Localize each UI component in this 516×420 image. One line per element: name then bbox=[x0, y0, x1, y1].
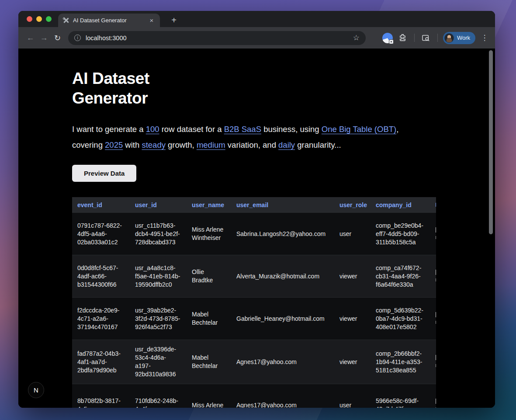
table-cell: 8b708f2b-3817-4c5a- bbox=[72, 392, 130, 408]
browser-window: AI Dataset Generator × + ← → ↻ i localho… bbox=[18, 11, 495, 408]
browser-menu-icon[interactable]: ⋮ bbox=[479, 33, 490, 42]
preview-data-button[interactable]: Preview Data bbox=[72, 165, 136, 182]
table-cell: comp_ca74f672-cb31-4aa4-9f26-f6a64f6e330… bbox=[371, 259, 436, 294]
table-cell: Alverta_Murazik@hotmail.com bbox=[231, 267, 334, 286]
address-bar[interactable]: i localhost:3000 ☆ bbox=[68, 31, 366, 45]
prompt-token-link[interactable]: steady bbox=[142, 140, 166, 149]
table-cell: 0d0d8fcf-5c67-4adf-ac66-b31544300f66 bbox=[72, 259, 130, 294]
window-controls bbox=[27, 16, 52, 22]
table-cell: usr_39ab2be2-3f2d-473d-8785-926f4a5c2f73 bbox=[130, 301, 187, 337]
table-cell: user bbox=[334, 396, 371, 408]
prompt-text: business, using bbox=[261, 125, 322, 134]
toolbar-divider bbox=[437, 34, 438, 42]
table-cell: usr_a4a8c1c8-f5ae-41eb-814b-19590dffb2c0 bbox=[130, 259, 187, 294]
profile-chip[interactable]: Work bbox=[443, 32, 475, 44]
column-header: user_id bbox=[130, 201, 187, 208]
column-header: company_id bbox=[371, 201, 436, 208]
table-cell: viewer bbox=[334, 267, 371, 286]
table-cell: Sabrina.Langosh22@yahoo.com bbox=[231, 225, 334, 243]
zoom-window-button[interactable] bbox=[46, 16, 52, 22]
prompt-text: with bbox=[123, 140, 142, 149]
table-cell: 5966e58c-69df-43a7-b47f bbox=[371, 392, 436, 408]
clipped-column-fragment bbox=[436, 197, 436, 212]
table-row: 8b708f2b-3817-4c5a-710fdb62-248b-4a4f-Mi… bbox=[72, 384, 436, 408]
new-tab-button[interactable]: + bbox=[168, 14, 180, 26]
prompt-token-link[interactable]: daily bbox=[278, 140, 295, 149]
clipped-column-fragment bbox=[436, 384, 436, 408]
extensions-puzzle-icon[interactable] bbox=[397, 32, 409, 44]
clipped-column-fragment bbox=[436, 213, 436, 255]
password-manager-icon[interactable] bbox=[382, 33, 393, 43]
table-header-row: event_iduser_iduser_nameuser_emailuser_r… bbox=[72, 197, 436, 212]
column-header: user_email bbox=[231, 201, 334, 208]
tab-title: AI Dataset Generator bbox=[73, 17, 144, 24]
table-row: f2dccdca-20e9-4c71-a2a6-37194c470167usr_… bbox=[72, 297, 436, 340]
table-cell: usr_c11b7b63-dcb4-4951-be2f-728dbcabd373 bbox=[130, 216, 187, 252]
column-header: user_role bbox=[334, 201, 371, 208]
table-cell: Ollie Bradtke bbox=[187, 263, 231, 290]
back-icon[interactable]: ← bbox=[24, 31, 37, 45]
nextjs-devtools-badge[interactable]: N bbox=[28, 382, 44, 398]
prompt-token-link[interactable]: B2B SaaS bbox=[224, 125, 261, 134]
profile-name: Work bbox=[457, 35, 470, 41]
table-cell: 0791c787-6822-4df5-a4a6-02ba033a01c2 bbox=[72, 216, 130, 252]
close-window-button[interactable] bbox=[27, 16, 32, 22]
prompt-text: row dataset for a bbox=[159, 125, 224, 134]
browser-toolbar: ← → ↻ i localhost:3000 ☆ bbox=[18, 27, 495, 49]
prompt-sentence: I want to generate a 100 row dataset for… bbox=[72, 121, 417, 153]
table-cell: f2dccdca-20e9-4c71-a2a6-37194c470167 bbox=[72, 301, 130, 337]
table-cell: viewer bbox=[334, 309, 371, 328]
prompt-token-link[interactable]: medium bbox=[197, 140, 225, 149]
page-title: AI Dataset Generator bbox=[72, 69, 208, 108]
table-cell: comp_5d639b22-0ba7-4dc9-bd31-408e017e580… bbox=[371, 301, 436, 337]
table-cell: Gabrielle_Heaney@hotmail.com bbox=[231, 309, 334, 328]
prompt-text: granularity... bbox=[295, 140, 341, 149]
url-text[interactable]: localhost:3000 bbox=[86, 35, 348, 42]
site-info-icon[interactable]: i bbox=[74, 35, 81, 41]
column-header: event_id bbox=[72, 201, 130, 208]
table-cell: fad787a2-04b3-4af1-aa7d-2bdfa79d90eb bbox=[72, 344, 130, 380]
toolbar-right-icons: Work ⋮ bbox=[382, 32, 490, 44]
column-header: user_name bbox=[187, 201, 231, 208]
prompt-token-link[interactable]: One Big Table (OBT) bbox=[322, 125, 396, 134]
tab-strip: AI Dataset Generator × + bbox=[18, 11, 495, 27]
table-cell: Agnes17@yahoo.com bbox=[231, 396, 334, 408]
table-cell: Agnes17@yahoo.com bbox=[231, 353, 334, 371]
table-row: fad787a2-04b3-4af1-aa7d-2bdfa79d90ebusr_… bbox=[72, 340, 436, 384]
clipped-column-fragment bbox=[436, 255, 436, 297]
table-cell: comp_be29e0b4-eff7-4dd5-bd09-311b5b158c5… bbox=[371, 216, 436, 252]
table-cell: usr_de3396de-53c4-4d6a-a197-92bd310a9836 bbox=[130, 340, 187, 384]
tab-search-icon[interactable] bbox=[420, 32, 432, 44]
bookmark-star-icon[interactable]: ☆ bbox=[353, 33, 360, 42]
page-viewport: AI Dataset Generator I want to generate … bbox=[18, 49, 495, 408]
table-cell: Miss Arlene bbox=[187, 396, 231, 408]
page-scrollbar[interactable] bbox=[489, 50, 493, 234]
prompt-text: I want to generate a bbox=[72, 125, 146, 134]
table-cell: Miss Arlene Wintheiser bbox=[187, 220, 231, 247]
minimize-window-button[interactable] bbox=[36, 16, 42, 22]
prompt-token-link[interactable]: 2025 bbox=[105, 140, 123, 149]
table-cell: viewer bbox=[334, 353, 371, 371]
table-cell: user bbox=[334, 225, 371, 243]
table-cell: comp_2b66bbf2-1b94-411e-a353-5181c38ea85… bbox=[371, 344, 436, 380]
table-body: 0791c787-6822-4df5-a4a6-02ba033a01c2usr_… bbox=[72, 212, 436, 408]
table-cell: Mabel Bechtelar bbox=[187, 305, 231, 332]
table-cell: 710fdb62-248b-4a4f- bbox=[130, 392, 187, 408]
profile-avatar bbox=[444, 33, 454, 43]
forward-icon[interactable]: → bbox=[37, 31, 51, 45]
hammer-wrench-favicon-icon bbox=[62, 17, 69, 24]
dataset-table: event_iduser_iduser_nameuser_emailuser_r… bbox=[72, 197, 436, 408]
table-row: 0d0d8fcf-5c67-4adf-ac66-b31544300f66usr_… bbox=[72, 255, 436, 297]
prompt-text: variation, and bbox=[225, 140, 278, 149]
toolbar-divider bbox=[414, 34, 415, 42]
clipped-column-fragment bbox=[436, 340, 436, 384]
close-tab-icon[interactable]: × bbox=[148, 17, 156, 24]
table-cell: Mabel Bechtelar bbox=[187, 348, 231, 375]
browser-tab[interactable]: AI Dataset Generator × bbox=[58, 14, 160, 27]
prompt-token-link[interactable]: 100 bbox=[146, 125, 159, 134]
table-row: 0791c787-6822-4df5-a4a6-02ba033a01c2usr_… bbox=[72, 212, 436, 255]
prompt-text: growth, bbox=[166, 140, 197, 149]
reload-icon[interactable]: ↻ bbox=[51, 31, 64, 45]
clipped-column-fragment bbox=[436, 298, 436, 340]
